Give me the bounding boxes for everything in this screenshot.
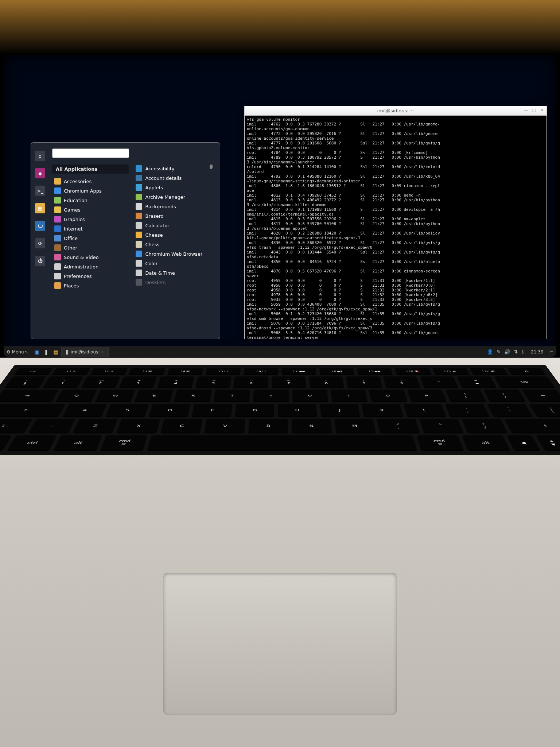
category-office[interactable]: Office (52, 233, 129, 243)
category-other[interactable]: Other (52, 243, 129, 252)
folder-icon (54, 225, 61, 232)
app-archive-manager[interactable]: Archive Manager (133, 192, 215, 202)
category-label: Internet (64, 226, 83, 232)
app-icon (136, 260, 142, 267)
app-calculator[interactable]: Calculator (133, 221, 215, 230)
folder-icon (54, 282, 61, 289)
terminal-body[interactable]: vfs-goa-volume-monitor imil 4762 0.0 0.3… (245, 116, 547, 339)
app-desklets[interactable]: Desklets (133, 278, 215, 287)
menu-search-input[interactable] (52, 148, 129, 158)
app-chromium-web-browser[interactable]: Chromium Web Browser (133, 249, 215, 259)
folder-icon (54, 216, 61, 222)
refresh-icon[interactable]: ⟳ (35, 238, 45, 248)
app-label: Desklets (145, 280, 166, 285)
category-sound-video[interactable]: Sound & Video (52, 252, 129, 262)
terminal-titlebar[interactable]: imil@sidious: ~ — □ × (245, 106, 547, 116)
app-icon (136, 279, 142, 286)
category-chromium-apps[interactable]: Chromium Apps (52, 186, 129, 196)
maximize-icon[interactable]: □ (532, 108, 536, 112)
category-administration[interactable]: Administration (52, 262, 129, 271)
app-accessibility[interactable]: Accessibility (133, 164, 215, 173)
software-icon[interactable]: ◆ (35, 168, 45, 178)
bluetooth-icon[interactable]: ᛒ (521, 349, 524, 355)
minimize-icon[interactable]: — (524, 108, 528, 112)
tray-expand-icon[interactable]: ▭ (547, 349, 556, 355)
app-chess[interactable]: Chess (133, 240, 215, 249)
app-label: Backgrounds (145, 204, 176, 209)
app-cheese[interactable]: Cheese (133, 230, 215, 240)
app-applets[interactable]: Applets (133, 183, 215, 192)
category-preferences[interactable]: Preferences (52, 271, 129, 281)
category-label: Office (64, 236, 78, 241)
ambient-top (0, 0, 560, 55)
category-places[interactable]: Places (52, 281, 129, 290)
category-label: Graphics (64, 217, 85, 222)
category-graphics[interactable]: Graphics (52, 214, 129, 224)
terminal-icon: ❚ (65, 349, 69, 355)
user-icon[interactable]: 👤 (487, 349, 493, 355)
volume-icon[interactable]: 🔊 (504, 349, 510, 355)
category-internet[interactable]: Internet (52, 224, 129, 233)
app-label: Account details (145, 175, 182, 181)
menu-button[interactable]: ⚙ Menu ↖ (4, 347, 31, 357)
application-menu[interactable]: ⌂◆>_▦🖵⟳⏻ All Applications AccessoriesChr… (31, 142, 220, 339)
home-icon[interactable]: ⌂ (35, 151, 45, 161)
folder-icon (54, 197, 61, 204)
edit-icon[interactable]: ✎ (497, 349, 501, 355)
app-icon (136, 251, 142, 257)
category-label: Education (64, 198, 88, 203)
taskbar-clock[interactable]: 21:39 (528, 349, 547, 355)
app-date-time[interactable]: Date & Time (133, 268, 215, 278)
folder-icon (54, 244, 61, 251)
menu-button-label: Menu (12, 349, 24, 355)
all-applications-header[interactable]: All Applications (52, 165, 129, 174)
folder-icon (54, 206, 61, 213)
app-label: Calculator (145, 223, 169, 228)
close-icon[interactable]: × (540, 108, 544, 112)
apps-scrollbar[interactable] (210, 165, 213, 169)
cursor-pointer-icon: ↖ (25, 349, 28, 355)
app-icon (136, 213, 142, 219)
category-label: Chromium Apps (64, 188, 102, 194)
terminal-title-text: imil@sidious: ~ (377, 108, 414, 113)
app-icon (136, 241, 142, 248)
terminal-icon[interactable]: >_ (35, 186, 45, 196)
launcher-display-icon[interactable]: ▣ (33, 348, 41, 356)
app-label: Chromium Web Browser (145, 251, 202, 257)
category-label: Sound & Video (64, 255, 99, 260)
network-icon[interactable]: ⇅ (514, 349, 518, 355)
menu-sidebar: ⌂◆>_▦🖵⟳⏻ (31, 143, 49, 339)
task-title: imil@sidious: ~ (71, 349, 105, 355)
app-icon (136, 184, 142, 191)
category-education[interactable]: Education (52, 196, 129, 205)
category-label: Preferences (64, 274, 92, 279)
app-label: Chess (145, 242, 159, 247)
desktop-screen: imil@sidious: ~ — □ × vfs-goa-volume-mon… (4, 55, 556, 357)
app-icon (136, 194, 142, 200)
app-brasero[interactable]: Brasero (133, 211, 215, 221)
taskbar-task-terminal[interactable]: ❚ imil@sidious: ~ (61, 347, 109, 357)
app-account-details[interactable]: Account details (133, 173, 215, 183)
app-backgrounds[interactable]: Backgrounds (133, 202, 215, 211)
app-icon (136, 203, 142, 210)
category-label: Administration (64, 264, 98, 270)
category-accessories[interactable]: Accessories (52, 177, 129, 186)
folder-icon (54, 178, 61, 185)
app-icon (136, 222, 142, 229)
category-label: Games (64, 207, 80, 213)
launcher-files-icon[interactable]: ▦ (52, 348, 60, 356)
app-icon (136, 232, 142, 238)
launcher-terminal-icon[interactable]: ❚ (42, 348, 50, 356)
app-label: Date & Time (145, 270, 175, 276)
app-label: Brasero (145, 213, 163, 219)
terminal-window[interactable]: imil@sidious: ~ — □ × vfs-goa-volume-mon… (244, 106, 547, 339)
app-icon (136, 175, 142, 181)
app-icon (136, 165, 142, 172)
display-icon[interactable]: 🖵 (35, 221, 45, 231)
folder-icon (54, 254, 61, 260)
power-icon[interactable]: ⏻ (35, 256, 45, 266)
folder-icon (54, 235, 61, 241)
files-icon[interactable]: ▦ (35, 203, 45, 213)
app-color[interactable]: Color (133, 259, 215, 268)
category-games[interactable]: Games (52, 205, 129, 214)
